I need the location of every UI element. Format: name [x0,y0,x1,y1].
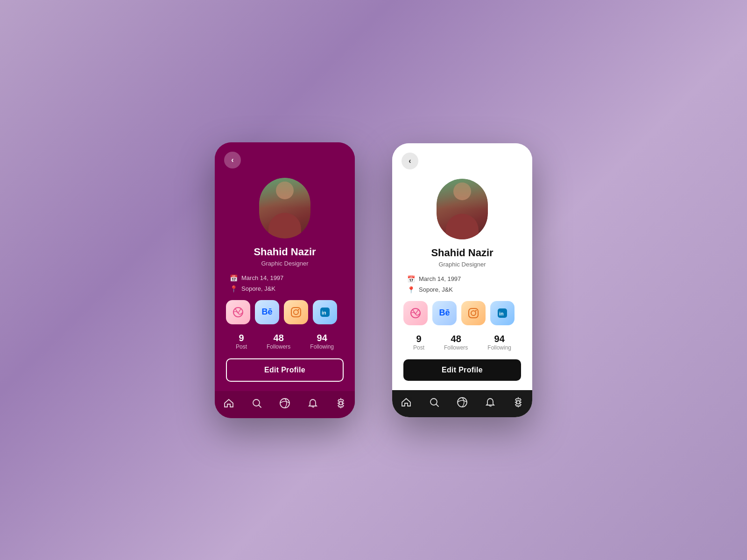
light-linkedin-button[interactable]: in [490,301,514,325]
light-dribbble-button[interactable] [403,301,428,325]
dark-post-count: 9 [236,333,247,343]
dark-back-button[interactable]: ‹ [224,152,241,168]
dark-followers-label: Followers [267,343,290,350]
light-avatar-image [437,179,488,239]
dark-calendar-icon: 📅 [230,274,238,282]
light-nav-chart-icon[interactable] [457,397,468,411]
dark-behance-icon: Bē [261,307,272,317]
svg-point-9 [411,308,420,318]
light-nav-bell-icon[interactable] [485,397,496,411]
svg-point-16 [458,398,467,407]
dark-bottom-nav [215,391,355,418]
light-top-bar: ‹ [392,143,532,174]
dark-top-bar: ‹ [215,142,355,173]
light-location-icon: 📍 [407,286,415,294]
light-behance-button[interactable]: Bē [432,301,457,325]
light-back-button[interactable]: ‹ [402,153,418,169]
dark-edit-profile-button[interactable]: Edit Profile [226,358,344,382]
svg-point-3 [298,309,299,310]
light-nav-search-icon[interactable] [429,397,440,411]
svg-point-11 [471,311,476,315]
dark-location-icon: 📍 [230,285,238,293]
dark-user-title: Graphic Designer [226,260,344,267]
light-location-text: Sopore, J&K [419,286,453,293]
dark-location-item: 📍 Sopore, J&K [230,285,344,293]
svg-point-7 [280,399,289,408]
dark-dribbble-button[interactable] [226,300,250,324]
light-following-count: 94 [487,334,511,344]
dark-following-stat: 94 Following [310,333,334,350]
light-followers-stat: 48 Followers [444,334,468,351]
light-dob-item: 📅 March 14, 1997 [407,275,521,283]
dark-followers-stat: 48 Followers [267,333,290,350]
light-instagram-button[interactable] [461,301,486,325]
light-user-title: Graphic Designer [403,261,521,268]
light-behance-icon: Bē [439,308,450,318]
dark-avatar-tree [259,178,310,208]
dark-nav-gear-icon[interactable] [335,398,346,412]
dark-avatar [259,178,310,238]
dark-avatar-image [259,178,310,238]
light-stats-section: 9 Post 48 Followers 94 Following [403,334,521,351]
svg-text:in: in [499,311,504,316]
dark-nav-home-icon[interactable] [223,398,234,412]
dark-avatar-section [226,173,344,246]
light-nav-gear-icon[interactable] [513,397,524,411]
light-dob-text: March 14, 1997 [419,275,461,282]
dark-stats-section: 9 Post 48 Followers 94 Following [226,333,344,350]
dark-user-name: Shahid Nazir [226,246,344,258]
svg-text:in: in [322,310,326,315]
light-following-label: Following [487,344,511,351]
light-social-section: Bē in [403,301,521,325]
light-following-stat: 94 Following [487,334,511,351]
light-nav-home-icon[interactable] [401,397,412,411]
dark-following-label: Following [310,343,334,350]
svg-point-0 [233,308,243,317]
svg-point-2 [294,310,298,315]
dark-followers-count: 48 [267,333,290,343]
light-calendar-icon: 📅 [407,275,415,283]
dark-dob-item: 📅 March 14, 1997 [230,274,344,282]
light-meta-section: 📅 March 14, 1997 📍 Sopore, J&K [403,275,521,294]
dark-nav-bell-icon[interactable] [307,398,318,412]
light-bottom-nav [392,390,532,417]
light-edit-profile-button[interactable]: Edit Profile [403,359,521,381]
dark-nav-search-icon[interactable] [251,398,262,412]
light-post-label: Post [413,344,424,351]
light-card-body: Shahid Nazir Graphic Designer 📅 March 14… [392,174,532,390]
dark-meta-section: 📅 March 14, 1997 📍 Sopore, J&K [226,274,344,293]
svg-point-17 [517,400,520,404]
dark-nav-chart-icon[interactable] [279,398,290,412]
dark-social-section: Bē in [226,300,344,324]
light-avatar-tree [437,179,488,209]
dark-phone-card: ‹ Shahid Nazir Graphic Designer 📅 March … [215,142,355,418]
dark-location-text: Sopore, J&K [241,285,275,292]
light-user-name: Shahid Nazir [403,247,521,259]
dark-card-body: Shahid Nazir Graphic Designer 📅 March 14… [215,173,355,391]
dark-behance-button[interactable]: Bē [255,300,279,324]
light-avatar-section [403,174,521,247]
dark-dob-text: March 14, 1997 [241,274,283,281]
light-followers-count: 48 [444,334,468,344]
dark-following-count: 94 [310,333,334,343]
light-location-item: 📍 Sopore, J&K [407,286,521,294]
svg-point-12 [475,310,477,311]
light-post-count: 9 [413,334,424,344]
dark-instagram-button[interactable] [284,300,308,324]
svg-point-8 [339,401,343,405]
dark-post-label: Post [236,343,247,350]
dark-post-stat: 9 Post [236,333,247,350]
light-followers-label: Followers [444,344,468,351]
light-avatar [437,179,488,239]
svg-rect-1 [291,308,301,317]
dark-linkedin-button[interactable]: in [313,300,337,324]
svg-rect-10 [469,308,478,318]
light-post-stat: 9 Post [413,334,424,351]
light-phone-card: ‹ Shahid Nazir Graphic Designer 📅 March … [392,143,532,417]
